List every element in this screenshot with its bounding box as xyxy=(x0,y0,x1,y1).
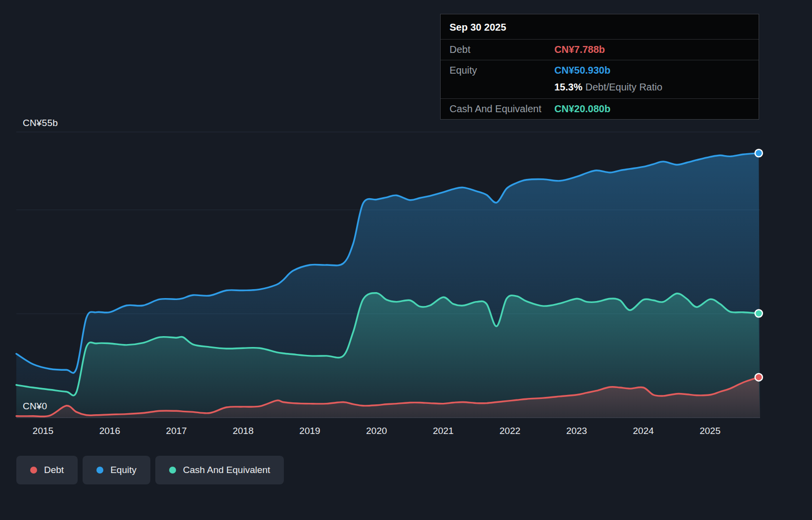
equity-end-marker[interactable] xyxy=(755,149,763,157)
legend-cash-label: Cash And Equivalent xyxy=(183,465,270,476)
legend-item-cash[interactable]: Cash And Equivalent xyxy=(155,456,284,484)
tooltip-ratio: 15.3%Debt/Equity Ratio xyxy=(554,82,662,93)
tooltip-equity-value: CN¥50.930b xyxy=(554,65,610,76)
legend-debt-label: Debt xyxy=(44,465,64,476)
x-axis-label-2025: 2025 xyxy=(700,426,721,436)
legend-item-debt[interactable]: Debt xyxy=(16,456,78,484)
x-axis-label-2019: 2019 xyxy=(299,426,320,436)
debt-dot-icon xyxy=(30,467,37,474)
tooltip-debt-value: CN¥7.788b xyxy=(554,44,605,55)
tooltip-row-debt: Debt CN¥7.788b xyxy=(441,39,759,60)
tooltip-date: Sep 30 2025 xyxy=(441,14,759,39)
x-axis-label-2021: 2021 xyxy=(433,426,453,436)
x-axis-label-2022: 2022 xyxy=(499,426,520,436)
tooltip-row-ratio: 15.3%Debt/Equity Ratio xyxy=(441,81,759,98)
x-axis-label-2016: 2016 xyxy=(99,426,120,436)
tooltip-debt-label: Debt xyxy=(450,44,554,55)
y-axis-max-label: CN¥55b xyxy=(23,118,58,129)
debt-end-marker[interactable] xyxy=(755,374,763,381)
debt-equity-history-chart-page: 2015201620172018201920202021202220232024… xyxy=(0,0,812,520)
x-axis-label-2024: 2024 xyxy=(633,426,654,436)
cash-dot-icon xyxy=(169,467,176,474)
x-axis-label-2018: 2018 xyxy=(232,426,253,436)
y-axis-zero-label: CN¥0 xyxy=(23,401,47,412)
x-axis-label-2015: 2015 xyxy=(33,426,53,436)
tooltip-row-cash: Cash And Equivalent CN¥20.080b xyxy=(441,98,759,119)
legend-item-equity[interactable]: Equity xyxy=(83,456,150,484)
tooltip-ratio-value: 15.3% xyxy=(554,82,583,92)
x-axis-label-2017: 2017 xyxy=(166,426,187,436)
tooltip-cash-label: Cash And Equivalent xyxy=(450,103,554,115)
tooltip-ratio-label: Debt/Equity Ratio xyxy=(586,82,663,92)
cash-end-marker[interactable] xyxy=(755,309,763,317)
legend-equity-label: Equity xyxy=(110,465,136,476)
chart-tooltip: Sep 30 2025 Debt CN¥7.788b Equity CN¥50.… xyxy=(440,14,759,120)
equity-dot-icon xyxy=(96,467,103,474)
x-axis-label-2023: 2023 xyxy=(566,426,587,436)
tooltip-row-equity: Equity CN¥50.930b xyxy=(441,60,759,81)
tooltip-equity-label: Equity xyxy=(450,65,554,76)
chart-legend: Debt Equity Cash And Equivalent xyxy=(16,456,284,484)
tooltip-cash-value: CN¥20.080b xyxy=(554,103,610,115)
x-axis-label-2020: 2020 xyxy=(366,426,387,436)
